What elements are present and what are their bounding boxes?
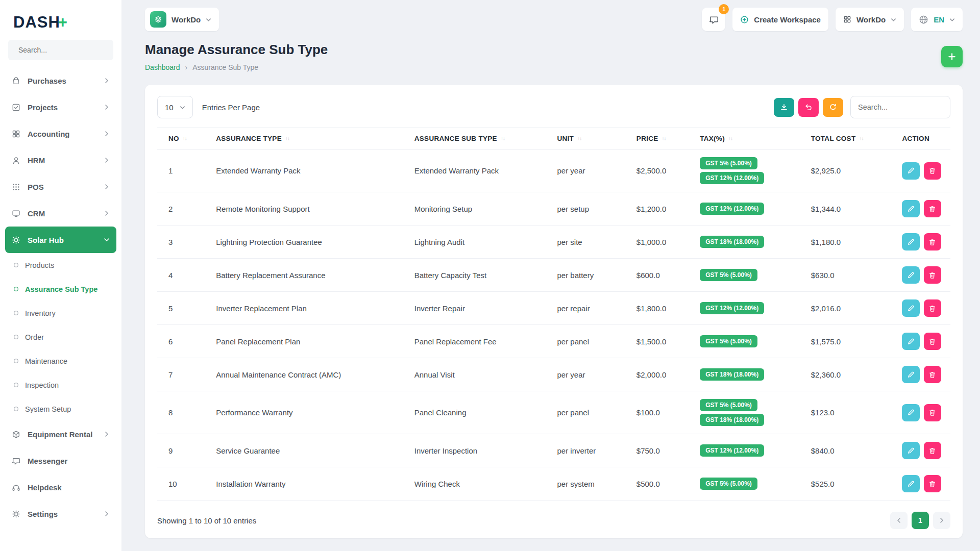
edit-button[interactable]	[902, 299, 919, 317]
cell-total-cost: $525.0	[800, 467, 891, 500]
headset-icon	[12, 483, 21, 492]
trash-icon	[928, 338, 936, 345]
pencil-icon	[907, 371, 915, 379]
tax-badge: GST 5% (5.00%)	[700, 478, 757, 490]
export-button[interactable]	[774, 98, 794, 117]
assurance-sub-type-table: NO↑↓ ASSURANCE TYPE↑↓ ASSURANCE SUB TYPE…	[157, 128, 950, 500]
delete-button[interactable]	[924, 475, 941, 492]
edit-button[interactable]	[902, 366, 919, 383]
cell-no: 1	[157, 149, 205, 192]
edit-button[interactable]	[902, 442, 919, 459]
create-workspace-label: Create Workspace	[754, 15, 821, 24]
sidebar-item-messenger[interactable]: Messenger	[5, 447, 116, 474]
sidebar-item-system-setup[interactable]: System Setup	[5, 397, 116, 421]
cell-unit: per site	[546, 226, 625, 259]
tax-badge: GST 18% (18.00%)	[700, 236, 764, 248]
delete-button[interactable]	[924, 162, 941, 180]
sidebar-search-input[interactable]	[18, 46, 111, 54]
cell-tax: GST 18% (18.00%)	[689, 358, 800, 391]
trash-icon	[928, 409, 936, 416]
sidebar-item-order[interactable]: Order	[5, 325, 116, 349]
sidebar-item-label: CRM	[28, 209, 45, 218]
workspace-switcher-label: WorkDo	[172, 15, 201, 24]
cell-price: $750.0	[625, 434, 689, 467]
cell-total-cost: $1,575.0	[800, 325, 891, 358]
cell-price: $2,000.0	[625, 358, 689, 391]
page-1-button[interactable]: 1	[912, 512, 929, 529]
table-row: 6Panel Replacement PlanPanel Replacement…	[157, 325, 950, 358]
delete-button[interactable]	[924, 266, 941, 284]
delete-button[interactable]	[924, 333, 941, 350]
table-search-input[interactable]	[850, 96, 950, 118]
chevron-right-icon	[104, 104, 110, 110]
add-button[interactable]	[941, 46, 963, 67]
trash-icon	[928, 238, 936, 246]
refresh-button[interactable]	[823, 98, 843, 117]
refresh-icon	[829, 103, 837, 111]
edit-button[interactable]	[902, 200, 919, 217]
edit-button[interactable]	[902, 404, 919, 421]
column-header-unit[interactable]: UNIT↑↓	[557, 135, 616, 142]
prev-page-button[interactable]	[890, 512, 908, 529]
cell-assurance-type: Remote Monitoring Support	[205, 192, 403, 226]
edit-button[interactable]	[902, 162, 919, 180]
delete-button[interactable]	[924, 233, 941, 251]
sidebar-item-label: Helpdesk	[28, 483, 62, 492]
delete-button[interactable]	[924, 404, 941, 421]
column-header-assurance-type[interactable]: ASSURANCE TYPE↑↓	[216, 135, 394, 142]
sidebar-item-purchases[interactable]: Purchases	[5, 67, 116, 94]
breadcrumb-dashboard-link[interactable]: Dashboard	[145, 63, 180, 71]
column-header-assurance-sub-type[interactable]: ASSURANCE SUB TYPE↑↓	[414, 135, 537, 142]
column-header-price[interactable]: PRICE↑↓	[636, 135, 679, 142]
edit-button[interactable]	[902, 266, 919, 284]
sidebar-item-products[interactable]: Products	[5, 253, 116, 277]
sidebar-item-equipment-rental[interactable]: Equipment Rental	[5, 421, 116, 447]
language-button[interactable]: EN	[911, 8, 963, 31]
edit-button[interactable]	[902, 475, 919, 492]
delete-button[interactable]	[924, 200, 941, 217]
edit-button[interactable]	[902, 333, 919, 350]
cell-assurance-sub-type: Wiring Check	[403, 467, 546, 500]
cell-no: 8	[157, 391, 205, 434]
delete-button[interactable]	[924, 366, 941, 383]
delete-button[interactable]	[924, 299, 941, 317]
cell-assurance-type: Panel Replacement Plan	[205, 325, 403, 358]
sidebar-item-accounting[interactable]: Accounting	[5, 120, 116, 147]
entries-per-page-select[interactable]: 10	[157, 96, 193, 118]
back-button[interactable]	[798, 98, 819, 117]
workspace-menu-button[interactable]: WorkDo	[836, 8, 904, 31]
sidebar-item-settings[interactable]: Settings	[5, 500, 116, 527]
sidebar-item-assurance-sub-type[interactable]: Assurance Sub Type	[5, 277, 116, 301]
sidebar-item-projects[interactable]: Projects	[5, 94, 116, 120]
brand-logo: DASH+	[0, 9, 121, 40]
sidebar-item-inspection[interactable]: Inspection	[5, 373, 116, 397]
sidebar-item-hrm[interactable]: HRM	[5, 147, 116, 173]
cell-tax: GST 5% (5.00%)GST 12% (12.00%)	[689, 149, 800, 192]
column-header-total-cost[interactable]: TOTAL COST↑↓	[811, 135, 882, 142]
delete-button[interactable]	[924, 442, 941, 459]
sidebar-item-pos[interactable]: POS	[5, 173, 116, 200]
messages-button[interactable]: 1	[702, 8, 725, 31]
sidebar-subitem-label: Inventory	[25, 309, 56, 317]
sidebar-item-label: Settings	[28, 510, 58, 518]
sidebar-item-helpdesk[interactable]: Helpdesk	[5, 474, 116, 500]
sidebar-search	[8, 40, 113, 60]
sidebar-item-crm[interactable]: CRM	[5, 200, 116, 227]
column-header-tax[interactable]: TAX(%)↑↓	[700, 135, 791, 142]
cell-tax: GST 5% (5.00%)GST 18% (18.00%)	[689, 391, 800, 434]
monitor-icon	[12, 209, 21, 218]
caret-down-icon	[180, 105, 185, 110]
tax-badge: GST 5% (5.00%)	[700, 335, 757, 347]
workspace-switcher[interactable]: WorkDo	[145, 8, 219, 31]
sidebar-item-maintenance[interactable]: Maintenance	[5, 349, 116, 373]
sidebar-item-solar-hub[interactable]: Solar Hub	[5, 227, 116, 253]
edit-button[interactable]	[902, 233, 919, 251]
sidebar-item-label: Accounting	[28, 130, 70, 138]
sidebar: DASH+ Purchases Projects Accounting HRM	[0, 0, 121, 551]
cell-assurance-type: Lightning Protection Guarantee	[205, 226, 403, 259]
sidebar-item-inventory[interactable]: Inventory	[5, 301, 116, 325]
column-header-no[interactable]: NO↑↓	[168, 135, 195, 142]
next-page-button[interactable]	[933, 512, 950, 529]
pencil-icon	[907, 338, 915, 345]
create-workspace-button[interactable]: Create Workspace	[732, 8, 828, 31]
